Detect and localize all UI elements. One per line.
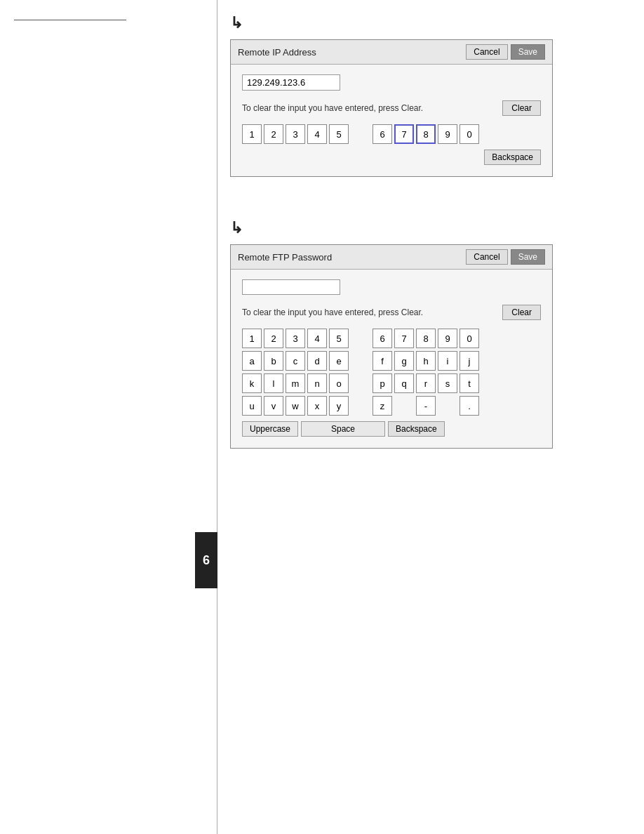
ip-key-6[interactable]: 6 [373, 124, 392, 144]
ip-cancel-button[interactable]: Cancel [466, 44, 507, 60]
ftp-password-input[interactable] [242, 279, 340, 295]
ftp-save-button[interactable]: Save [511, 249, 545, 265]
ip-key-0[interactable]: 0 [459, 124, 479, 144]
ftp-clear-button[interactable]: Clear [502, 305, 541, 320]
ftp-alpha-row3: u v w x y z - . [242, 396, 541, 416]
ip-address-dialog: Remote IP Address Cancel Save To clear t… [230, 39, 553, 177]
ftp-key-6[interactable]: 6 [373, 329, 392, 348]
ftp-key-3[interactable]: 3 [286, 329, 305, 348]
ftp-key-n[interactable]: n [307, 373, 327, 393]
ftp-key-9[interactable]: 9 [438, 329, 457, 348]
ftp-key-2[interactable]: 2 [264, 329, 283, 348]
ip-clear-instruction: To clear the input you have entered, pre… [242, 103, 423, 113]
ftp-key-u[interactable]: u [242, 396, 262, 416]
ip-key-3[interactable]: 3 [286, 124, 305, 144]
ftp-key-1[interactable]: 1 [242, 329, 262, 348]
ftp-key-8[interactable]: 8 [416, 329, 436, 348]
ftp-key-0[interactable]: 0 [459, 329, 479, 348]
ftp-cancel-button[interactable]: Cancel [466, 249, 507, 265]
ip-key-5[interactable]: 5 [329, 124, 349, 144]
ip-clear-button[interactable]: Clear [502, 100, 541, 116]
ftp-key-w[interactable]: w [286, 396, 305, 416]
ftp-key-p[interactable]: p [373, 373, 392, 393]
ftp-key-q[interactable]: q [394, 373, 414, 393]
ip-key-2[interactable]: 2 [264, 124, 283, 144]
ip-header-buttons: Cancel Save [466, 44, 545, 60]
ftp-uppercase-button[interactable]: Uppercase [242, 421, 298, 437]
ftp-key-k[interactable]: k [242, 373, 262, 393]
ftp-key-t[interactable]: t [459, 373, 479, 393]
ftp-key-b[interactable]: b [264, 351, 283, 371]
chapter-number: 6 [203, 553, 210, 568]
ftp-key-r[interactable]: r [416, 373, 436, 393]
ftp-key-a[interactable]: a [242, 351, 262, 371]
ftp-num-row: 1 2 3 4 5 6 7 8 9 0 [242, 329, 541, 348]
ftp-clear-instruction: To clear the input you have entered, pre… [242, 307, 423, 317]
ftp-key-f[interactable]: f [373, 351, 392, 371]
ip-section-marker: ↳ [230, 14, 631, 32]
ftp-key-dash[interactable]: - [416, 396, 436, 416]
ip-dialog-header: Remote IP Address Cancel Save [231, 40, 552, 65]
ftp-key-c[interactable]: c [286, 351, 305, 371]
ip-key-7[interactable]: 7 [394, 124, 414, 144]
ip-key-8[interactable]: 8 [416, 124, 436, 144]
ftp-alpha-row2: k l m n o p q r s t [242, 373, 541, 393]
ftp-dialog-title: Remote FTP Password [238, 252, 332, 263]
ftp-header-buttons: Cancel Save [466, 249, 545, 265]
ftp-key-o[interactable]: o [329, 373, 349, 393]
ip-save-button[interactable]: Save [511, 44, 545, 60]
ip-dialog-title: Remote IP Address [238, 47, 316, 58]
ip-backspace-button[interactable]: Backspace [484, 150, 541, 165]
ip-key-1[interactable]: 1 [242, 124, 262, 144]
ip-clear-row: To clear the input you have entered, pre… [242, 100, 541, 116]
ftp-key-s[interactable]: s [438, 373, 457, 393]
ftp-key-z[interactable]: z [373, 396, 392, 416]
ip-numpad: 1 2 3 4 5 6 7 8 9 0 [242, 124, 541, 144]
ftp-key-i[interactable]: i [438, 351, 457, 371]
ftp-key-h[interactable]: h [416, 351, 436, 371]
spacer [230, 198, 631, 219]
top-line [14, 20, 126, 20]
ftp-backspace-button[interactable]: Backspace [388, 421, 445, 437]
ip-numpad-row1: 1 2 3 4 5 6 7 8 9 0 [242, 124, 541, 144]
ip-input-field[interactable] [242, 74, 340, 91]
ftp-bottom-buttons: Uppercase Space Backspace [242, 421, 541, 437]
ftp-key-j[interactable]: j [459, 351, 479, 371]
ftp-key-d[interactable]: d [307, 351, 327, 371]
ftp-key-4[interactable]: 4 [307, 329, 327, 348]
ftp-password-section: ↳ Remote FTP Password Cancel Save To cle… [230, 219, 631, 449]
ftp-alpha-row1: a b c d e f g h i j [242, 351, 541, 371]
chapter-tab: 6 [195, 532, 217, 588]
ftp-dialog-header: Remote FTP Password Cancel Save [231, 245, 552, 270]
ip-key-4[interactable]: 4 [307, 124, 327, 144]
ftp-key-g[interactable]: g [394, 351, 414, 371]
ftp-key-x[interactable]: x [307, 396, 327, 416]
ftp-keyboard: 1 2 3 4 5 6 7 8 9 0 [242, 329, 541, 416]
ftp-key-y[interactable]: y [329, 396, 349, 416]
ip-backspace-row: Backspace [242, 150, 541, 165]
ftp-key-l[interactable]: l [264, 373, 283, 393]
ftp-key-m[interactable]: m [286, 373, 305, 393]
ftp-key-e[interactable]: e [329, 351, 349, 371]
ftp-password-dialog: Remote FTP Password Cancel Save To clear… [230, 244, 553, 449]
ftp-key-v[interactable]: v [264, 396, 283, 416]
ftp-key-7[interactable]: 7 [394, 329, 414, 348]
ftp-space-button[interactable]: Space [301, 421, 385, 437]
ftp-section-marker: ↳ [230, 219, 631, 237]
ip-key-9[interactable]: 9 [438, 124, 457, 144]
ip-dialog-body: To clear the input you have entered, pre… [231, 65, 552, 176]
ftp-key-5[interactable]: 5 [329, 329, 349, 348]
ftp-key-dot[interactable]: . [459, 396, 479, 416]
ip-address-section: ↳ Remote IP Address Cancel Save To clear… [230, 14, 631, 177]
ftp-clear-row: To clear the input you have entered, pre… [242, 305, 541, 320]
ftp-dialog-body: To clear the input you have entered, pre… [231, 270, 552, 448]
